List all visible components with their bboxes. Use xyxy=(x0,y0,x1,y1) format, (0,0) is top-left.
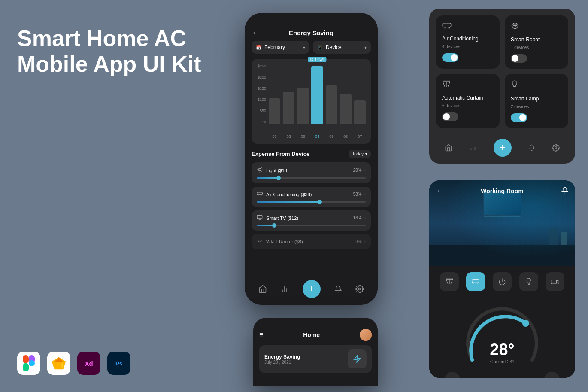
menu-icon[interactable]: ≡ xyxy=(259,331,263,339)
svg-rect-19 xyxy=(257,192,263,195)
svg-point-29 xyxy=(359,288,361,290)
calendar-icon: 📅 xyxy=(256,45,262,50)
curtain-device-name: Automatic Curtain xyxy=(442,95,494,101)
temp-increase[interactable]: + xyxy=(544,372,560,378)
bar-3 xyxy=(297,88,309,124)
expense-left-ac: Air Conditioning ($38) xyxy=(257,191,312,198)
control-power[interactable] xyxy=(493,272,512,291)
light-fill xyxy=(257,177,279,179)
nav-home[interactable] xyxy=(258,285,267,293)
phone1-screen: ← Energy Saving 📅 February ▾ 📱 Device ▾ … xyxy=(245,23,378,305)
ps-icon: Ps xyxy=(107,352,130,375)
bar-5 xyxy=(326,85,337,124)
tv-fill xyxy=(257,225,274,226)
ac-toggle[interactable] xyxy=(442,53,458,62)
home-title: Home xyxy=(303,331,320,338)
nav-settings[interactable] xyxy=(355,285,364,293)
control-ac[interactable] xyxy=(466,272,485,291)
chart-wrapper: $250 $200 $150 $100 $50 $0 xyxy=(257,64,366,133)
svg-point-3 xyxy=(29,360,35,366)
expense-header: Expense From Device Today ▾ xyxy=(252,150,371,158)
energy-card-icon xyxy=(348,349,367,368)
lamp-toggle[interactable] xyxy=(511,113,527,122)
month-filter[interactable]: 📅 February ▾ xyxy=(252,41,309,54)
expense-left-wifi: WI-FI Router ($8) xyxy=(257,238,303,245)
expense-row-tv: Smart TV ($12) 16% › xyxy=(257,215,366,221)
svg-point-25 xyxy=(259,243,260,243)
phone2-notch xyxy=(298,318,333,326)
room-bell-icon[interactable] xyxy=(561,186,568,196)
x-label-04: 04 xyxy=(311,134,323,139)
phone2-home: ≡ Home Energy Saving July 28 , 2021 xyxy=(253,318,378,386)
bar-col-3 xyxy=(297,88,309,124)
y-label-50: $50 xyxy=(257,109,268,113)
svg-point-10 xyxy=(258,168,261,171)
dp-nav-add[interactable]: + xyxy=(494,139,512,157)
nav-add[interactable]: + xyxy=(303,280,321,298)
tv-chevron: › xyxy=(364,216,366,220)
today-filter[interactable]: Today ▾ xyxy=(349,150,371,158)
room-back-button[interactable]: ← xyxy=(436,187,443,195)
y-label-100: $100 xyxy=(257,97,268,102)
nav-chart[interactable] xyxy=(280,285,289,293)
bar-col-1 xyxy=(269,98,280,124)
robot-toggle[interactable] xyxy=(511,54,527,63)
svg-point-37 xyxy=(515,25,517,26)
light-dot xyxy=(276,176,281,180)
tv-dot xyxy=(272,223,276,228)
filter-row: 📅 February ▾ 📱 Device ▾ xyxy=(252,41,371,54)
back-button[interactable]: ← xyxy=(252,28,259,37)
control-curtain[interactable] xyxy=(440,272,459,291)
temp-decrease[interactable]: − xyxy=(445,372,460,378)
bar-1 xyxy=(269,98,280,124)
dp-nav-settings[interactable] xyxy=(552,144,560,152)
x-label-02: 02 xyxy=(283,134,294,139)
room-header: ← Working Room xyxy=(429,180,575,202)
device-panel-nav: + xyxy=(436,134,568,157)
screen-title: Energy Saving xyxy=(289,29,333,36)
figma-icon xyxy=(17,352,40,375)
x-label-03: 03 xyxy=(297,134,309,139)
curtain-toggle[interactable] xyxy=(442,112,458,121)
tv-name: Smart TV ($12) xyxy=(266,216,298,221)
y-label-0: $0 xyxy=(257,120,268,124)
control-camera[interactable] xyxy=(546,272,564,291)
y-label-150: $150 xyxy=(257,86,268,91)
today-chevron: ▾ xyxy=(365,152,367,156)
curtain-toggle-knob xyxy=(443,113,450,120)
temp-value: 28° xyxy=(490,340,514,359)
lamp-device-count: 2 devices xyxy=(511,104,562,109)
device-label: Device xyxy=(326,44,342,50)
nav-bell[interactable] xyxy=(334,285,342,293)
svg-line-13 xyxy=(258,167,258,168)
ac-name: Air Conditioning ($38) xyxy=(266,192,312,197)
dp-nav-home[interactable] xyxy=(445,144,452,152)
temp-controls: − + xyxy=(436,372,568,378)
dial-container: 28° Current 24° xyxy=(459,304,545,368)
svg-point-53 xyxy=(522,320,529,327)
user-avatar xyxy=(360,329,372,341)
bar-2 xyxy=(283,92,294,124)
phone-notch xyxy=(290,13,333,23)
bar-col-7 xyxy=(354,100,366,124)
phone1-energy-saving: ← Energy Saving 📅 February ▾ 📱 Device ▾ … xyxy=(245,13,378,305)
bar-4-active xyxy=(311,66,323,124)
sketch-icon xyxy=(47,352,70,375)
ac-fill xyxy=(257,201,320,203)
expense-left-tv: Smart TV ($12) xyxy=(257,215,298,221)
svg-rect-30 xyxy=(443,23,451,27)
xd-icon: Xd xyxy=(77,352,100,375)
svg-rect-0 xyxy=(23,355,29,363)
device-filter[interactable]: 📱 Device ▾ xyxy=(313,41,371,54)
curtain-device-icon xyxy=(442,80,494,91)
bar-col-4: 36.4 KWh xyxy=(311,66,323,124)
expense-row-wifi: WI-FI Router ($8) 8% › xyxy=(257,238,366,245)
lamp-toggle-knob xyxy=(519,114,526,121)
control-lamp[interactable] xyxy=(519,272,538,291)
energy-card-left: Energy Saving July 28 , 2021 xyxy=(264,354,300,365)
dp-nav-chart[interactable] xyxy=(469,144,477,152)
dp-nav-bell[interactable] xyxy=(528,144,535,152)
energy-card-date: July 28 , 2021 xyxy=(264,360,300,365)
left-panel: Smart Home ACMobile App UI Kit xyxy=(17,26,223,82)
y-label-250: $250 xyxy=(257,64,268,68)
